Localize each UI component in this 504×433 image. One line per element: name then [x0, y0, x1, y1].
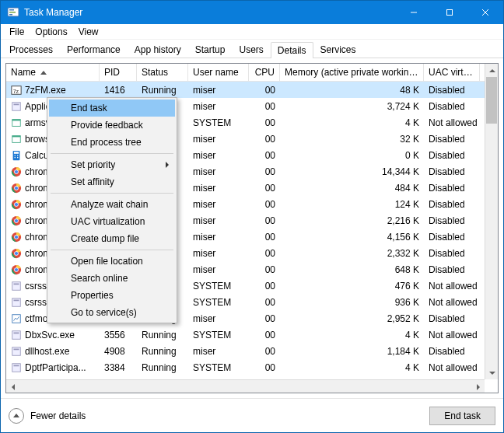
- cell-cpu: 00: [249, 215, 280, 226]
- menu-item-open-file-location[interactable]: Open file location: [49, 253, 175, 270]
- scroll-down-icon[interactable]: [485, 366, 499, 379]
- svg-point-36: [15, 235, 18, 238]
- process-icon: [11, 232, 22, 243]
- process-icon: [11, 281, 22, 292]
- process-icon: [11, 264, 22, 275]
- cell-uac: Disabled: [424, 166, 494, 177]
- tab-users[interactable]: Users: [232, 41, 270, 58]
- cell-user: miser: [188, 313, 249, 324]
- svg-rect-10: [12, 102, 21, 110]
- cell-mem: 936 K: [280, 297, 424, 308]
- col-cpu[interactable]: CPU: [249, 64, 280, 81]
- process-name: 7zFM.exe: [25, 85, 66, 96]
- cell-user: miser: [188, 215, 249, 226]
- cell-mem: 476 K: [280, 281, 424, 292]
- process-icon: [11, 166, 22, 177]
- process-grid: Name PID Status User name CPU Memory (ac…: [5, 63, 499, 393]
- cell-uac: Not allowed: [424, 330, 494, 340]
- cell-cpu: 00: [249, 297, 280, 308]
- cell-uac: Disabled: [424, 183, 494, 194]
- svg-rect-13: [12, 119, 21, 120]
- svg-rect-46: [14, 299, 19, 301]
- scroll-left-icon[interactable]: [6, 380, 19, 393]
- col-uac[interactable]: UAC virtualiz: [424, 64, 480, 81]
- cell-cpu: 00: [249, 166, 280, 177]
- tab-startup[interactable]: Startup: [188, 41, 233, 58]
- close-button[interactable]: [467, 1, 503, 24]
- cell-uac: Disabled: [424, 85, 494, 96]
- process-icon: [11, 199, 22, 210]
- menu-item-end-task[interactable]: End task: [49, 100, 175, 117]
- cell-mem: 3,724 K: [280, 101, 424, 112]
- tab-app-history[interactable]: App history: [128, 41, 188, 58]
- svg-rect-45: [12, 298, 21, 306]
- vertical-scrollbar[interactable]: [485, 64, 498, 379]
- grid-body[interactable]: 7z7zFM.exe1416Runningmiser0048 KDisabled…: [6, 82, 498, 393]
- process-name: dllhost.exe: [25, 346, 69, 357]
- menu-view[interactable]: View: [73, 25, 104, 39]
- menu-item-search-online[interactable]: Search online: [49, 270, 175, 287]
- svg-point-42: [15, 267, 18, 271]
- menu-item-set-priority[interactable]: Set priority: [49, 156, 175, 173]
- title-bar[interactable]: Task Manager: [1, 1, 503, 24]
- horizontal-scrollbar[interactable]: [6, 379, 485, 393]
- process-icon: [11, 330, 22, 340]
- grid-header: Name PID Status User name CPU Memory (ac…: [6, 64, 498, 82]
- svg-rect-3: [9, 14, 12, 16]
- cell-user: SYSTEM: [188, 281, 249, 292]
- menu-item-end-process-tree[interactable]: End process tree: [49, 134, 175, 151]
- col-pid[interactable]: PID: [100, 64, 137, 81]
- menu-item-analyze-wait-chain[interactable]: Analyze wait chain: [49, 196, 175, 213]
- cell-user: miser: [188, 150, 249, 161]
- menu-item-uac-virtualization[interactable]: UAC virtualization: [49, 213, 175, 230]
- scroll-up-icon[interactable]: [485, 64, 499, 77]
- scroll-thumb[interactable]: [486, 77, 497, 124]
- app-icon: [7, 6, 19, 19]
- cell-user: SYSTEM: [188, 117, 249, 128]
- cell-cpu: 00: [249, 117, 280, 128]
- menu-item-create-dump-file[interactable]: Create dump file: [49, 230, 175, 247]
- svg-point-19: [17, 155, 19, 156]
- menu-file[interactable]: File: [4, 25, 30, 39]
- cell-uac: Disabled: [424, 248, 494, 259]
- tab-services[interactable]: Services: [313, 41, 363, 58]
- cell-mem: 14,344 K: [280, 166, 424, 177]
- col-name[interactable]: Name: [6, 64, 100, 81]
- cell-mem: 1,184 K: [280, 346, 424, 357]
- menu-item-set-affinity[interactable]: Set affinity: [49, 173, 175, 190]
- cell-user: SYSTEM: [188, 330, 249, 340]
- table-row[interactable]: DptfParticipa...3384RunningSYSTEM004 KNo…: [6, 359, 498, 375]
- maximize-button[interactable]: [432, 1, 467, 24]
- svg-rect-11: [14, 103, 19, 105]
- cell-cpu: 00: [249, 199, 280, 210]
- tab-processes[interactable]: Processes: [2, 41, 60, 58]
- menu-item-go-to-service-s-[interactable]: Go to service(s): [49, 304, 175, 321]
- col-mem[interactable]: Memory (active private working set): [280, 64, 424, 81]
- process-icon: 7z: [11, 85, 22, 96]
- col-status[interactable]: Status: [137, 64, 188, 81]
- svg-rect-48: [12, 330, 21, 339]
- table-row[interactable]: dllhost.exe4908Runningmiser001,184 KDisa…: [6, 343, 498, 359]
- col-user[interactable]: User name: [188, 64, 249, 81]
- cell-cpu: 00: [249, 232, 280, 243]
- svg-point-20: [14, 156, 16, 158]
- fewer-details-button[interactable]: Fewer details: [9, 408, 423, 424]
- tab-performance[interactable]: Performance: [60, 41, 128, 58]
- menu-options[interactable]: Options: [30, 25, 72, 39]
- tab-details[interactable]: Details: [271, 42, 313, 58]
- menu-item-provide-feedback[interactable]: Provide feedback: [49, 117, 175, 134]
- end-task-button[interactable]: End task: [429, 407, 495, 425]
- process-icon: [11, 183, 22, 194]
- table-row[interactable]: DbxSvc.exe3556RunningSYSTEM004 KNot allo…: [6, 326, 498, 343]
- cell-mem: 4 K: [280, 117, 424, 128]
- cell-mem: 0 K: [280, 150, 424, 161]
- table-row[interactable]: 7z7zFM.exe1416Runningmiser0048 KDisabled: [6, 82, 498, 98]
- cell-mem: 4,156 K: [280, 232, 424, 243]
- svg-text:7z: 7z: [13, 88, 19, 93]
- cell-uac: Not allowed: [424, 281, 494, 292]
- menu-item-properties[interactable]: Properties: [49, 287, 175, 304]
- minimize-button[interactable]: [396, 1, 432, 24]
- cell-uac: Not allowed: [424, 297, 494, 308]
- scroll-right-icon[interactable]: [471, 380, 485, 393]
- cell-uac: Not allowed: [424, 362, 494, 373]
